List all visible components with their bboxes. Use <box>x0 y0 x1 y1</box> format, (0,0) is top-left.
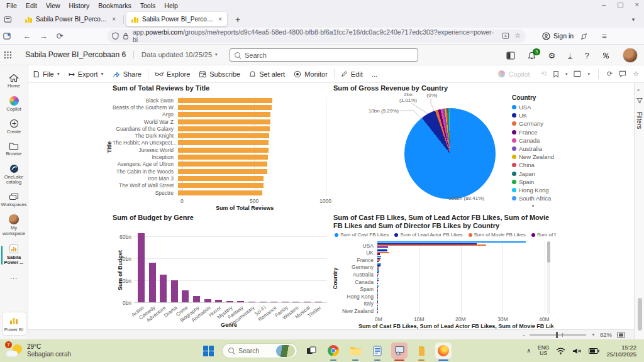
bookmark-star-icon[interactable]: ☆ <box>514 32 521 40</box>
legend-item[interactable]: Spain <box>512 178 554 186</box>
bar[interactable] <box>204 299 211 302</box>
sidebar-item-home[interactable]: Home <box>0 70 28 93</box>
bar[interactable] <box>377 312 378 313</box>
menu-bookmarks[interactable]: Bookmarks <box>98 2 131 9</box>
page-scrollbar[interactable] <box>638 298 642 331</box>
bar[interactable] <box>171 280 178 302</box>
download-icon[interactable]: ↓ <box>568 52 572 59</box>
chart-budget-by-genre[interactable]: Sum of Budget by Genre 0bn 20bn 40bn 60b… <box>109 214 330 329</box>
bar[interactable] <box>226 301 233 302</box>
bar[interactable] <box>178 126 270 131</box>
task-view-button[interactable] <box>303 343 319 359</box>
bar[interactable] <box>178 112 270 117</box>
tab-percobaan-6[interactable]: Sabila Power BI_Percobaan 6 - P × <box>126 12 227 26</box>
bar[interactable] <box>178 183 264 188</box>
minimize-button[interactable]: – <box>602 1 606 9</box>
sidebar-item-my-workspace[interactable]: My workspace <box>0 211 28 240</box>
zoom-slider[interactable] <box>530 334 586 336</box>
legend-item[interactable]: UK <box>512 111 554 119</box>
menu-help[interactable]: Help <box>164 2 178 9</box>
legend-item[interactable]: South Africa <box>512 194 554 202</box>
zoom-out-button[interactable]: - <box>523 331 525 338</box>
menu-tools[interactable]: Tools <box>140 2 156 9</box>
legend-item[interactable]: Sum of Lead Actor FB Likes <box>394 232 462 238</box>
legend-item[interactable]: China <box>512 161 554 169</box>
start-button[interactable] <box>200 343 216 359</box>
weather-widget[interactable]: 7 29°C Sebagian cerah <box>0 343 126 358</box>
yellow-doc-app-button[interactable] <box>413 343 430 359</box>
bar[interactable] <box>377 246 388 248</box>
firefox-view-icon[interactable] <box>3 32 19 40</box>
legend-item[interactable]: USA <box>512 103 554 111</box>
sidebar-more-button[interactable]: ... <box>0 270 28 284</box>
legend-item[interactable]: Sum of Movie FB Likes <box>469 232 526 238</box>
bar[interactable] <box>149 263 156 302</box>
bar[interactable] <box>377 305 378 306</box>
bar[interactable] <box>178 162 267 167</box>
bar[interactable] <box>260 302 267 302</box>
bar[interactable] <box>377 290 378 291</box>
sidebar-item-onelake-catalog[interactable]: OneLake catalog <box>0 161 28 189</box>
chevron-down-icon[interactable]: ▾ <box>587 72 590 77</box>
file-menu-button[interactable]: File▾ <box>28 70 64 78</box>
bar[interactable] <box>377 275 378 277</box>
firefox-app-button[interactable] <box>435 343 452 359</box>
comments-icon[interactable] <box>619 70 626 77</box>
favorite-star-icon[interactable]: ☆ <box>633 70 639 78</box>
sidebar-item-browse[interactable]: Browse <box>0 139 28 161</box>
share-button[interactable]: Share <box>108 70 146 78</box>
bar[interactable] <box>178 169 267 174</box>
legend-item[interactable]: Australia <box>512 145 554 153</box>
tab-close-icon[interactable]: × <box>218 16 222 23</box>
bar[interactable] <box>178 105 272 110</box>
feedback-icon[interactable] <box>602 52 610 60</box>
legend-item[interactable]: France <box>512 128 554 136</box>
bar[interactable] <box>182 290 189 302</box>
menu-edit[interactable]: Edit <box>26 2 37 9</box>
battery-icon[interactable] <box>589 348 599 354</box>
legend-more-chevron-icon[interactable]: ▾ <box>512 204 554 209</box>
reload-icon[interactable]: ⟳ <box>52 31 68 41</box>
powerbi-search-input[interactable]: Search <box>230 48 418 62</box>
bar[interactable] <box>178 98 272 103</box>
taskbar-search-input[interactable]: Search <box>222 343 297 358</box>
filters-pane-collapsed[interactable]: « Filters <box>634 83 644 339</box>
chart-gross-revenue-by-country[interactable]: Sum of Gross Revenue by Country 10bn (5.… <box>333 84 555 212</box>
bar[interactable] <box>178 140 269 145</box>
sidebar-item-create[interactable]: Create <box>0 116 28 139</box>
speaker-muted-icon[interactable] <box>572 348 582 354</box>
menu-view[interactable]: View <box>46 2 60 9</box>
hamburger-menu-icon[interactable]: ≡ <box>596 31 613 41</box>
address-bar[interactable]: app.powerbi.com/groups/me/reports/d9c44e… <box>107 30 526 43</box>
list-tabs-icon[interactable]: ▾ <box>625 16 641 23</box>
bar[interactable] <box>292 302 299 302</box>
forward-icon[interactable]: → <box>35 31 52 41</box>
restore-button[interactable]: ▢ <box>617 1 623 9</box>
close-button[interactable]: × <box>635 1 639 9</box>
extension-icon[interactable] <box>580 32 596 40</box>
subscribe-button[interactable]: Subscribe <box>194 70 245 78</box>
language-indicator[interactable]: ENGUS <box>538 345 549 357</box>
bookmarks-icon[interactable] <box>553 70 559 78</box>
bar[interactable] <box>178 155 268 160</box>
notifications-bell-icon[interactable]: 3 <box>528 52 536 60</box>
bar[interactable] <box>178 148 269 153</box>
legend-item[interactable]: Japan <box>512 170 554 178</box>
legend-item[interactable]: Sum of Cast FB Likes <box>335 232 389 238</box>
export-menu-button[interactable]: ↦ Export▾ <box>64 70 108 79</box>
reset-view-icon[interactable]: ⟲ <box>541 70 547 78</box>
bar[interactable] <box>377 297 378 299</box>
bar[interactable] <box>304 302 311 302</box>
zoom-in-button[interactable]: + <box>591 331 595 338</box>
expand-filters-chevron-icon[interactable]: « <box>637 88 640 92</box>
bar[interactable] <box>377 253 380 255</box>
bar[interactable] <box>178 176 264 181</box>
explore-button[interactable]: Explore <box>150 70 194 78</box>
menu-file[interactable]: File <box>6 2 17 9</box>
chrome-app-button[interactable] <box>325 343 341 359</box>
edit-button[interactable]: Edit <box>336 70 367 78</box>
bar[interactable] <box>193 296 200 302</box>
monitor-button[interactable]: Monitor <box>289 70 332 78</box>
copilot-button[interactable]: Copilot <box>494 70 534 78</box>
set-alert-button[interactable]: Set alert <box>245 70 289 78</box>
